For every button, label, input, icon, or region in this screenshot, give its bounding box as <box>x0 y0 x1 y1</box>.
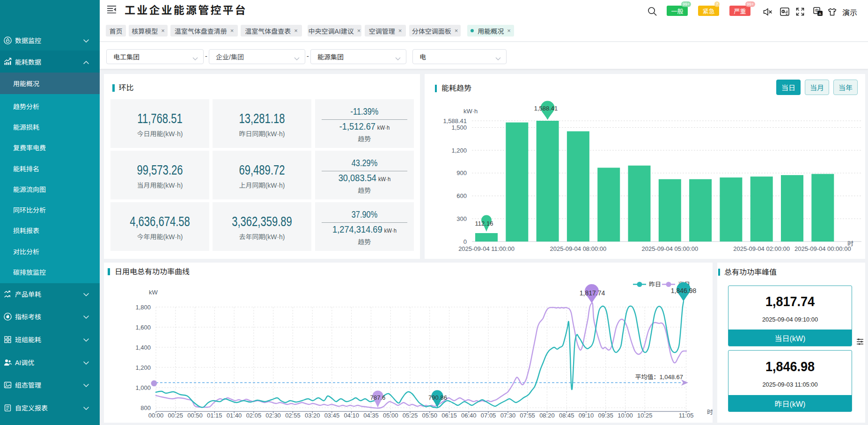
svg-text:时: 时 <box>707 409 713 416</box>
svg-text:800: 800 <box>140 404 151 411</box>
svg-text:05:00: 05:00 <box>383 412 398 419</box>
svg-text:04:35: 04:35 <box>363 412 379 419</box>
svg-text:300: 300 <box>456 215 467 222</box>
svg-text:112.16: 112.16 <box>475 220 493 227</box>
svg-text:01:40: 01:40 <box>227 412 242 419</box>
svg-text:1,200: 1,200 <box>135 364 151 371</box>
svg-text:02:30: 02:30 <box>265 412 281 419</box>
svg-text:1,588.41: 1,588.41 <box>534 105 558 112</box>
svg-text:07:30: 07:30 <box>500 412 516 419</box>
svg-text:kW·h: kW·h <box>463 108 478 115</box>
svg-text:600: 600 <box>456 192 467 199</box>
svg-text:02:55: 02:55 <box>285 412 301 419</box>
svg-text:1,846.98: 1,846.98 <box>671 287 697 294</box>
svg-text:1,000: 1,000 <box>135 384 151 391</box>
svg-text:04:10: 04:10 <box>344 412 359 419</box>
svg-text:07:05: 07:05 <box>481 412 496 419</box>
svg-text:03:45: 03:45 <box>324 412 340 419</box>
svg-text:06:15: 06:15 <box>441 412 457 419</box>
svg-text:2025-09-04 00:00:00: 2025-09-04 00:00:00 <box>794 245 851 252</box>
svg-text:0: 0 <box>463 238 467 245</box>
svg-text:平均值：1,048.67: 平均值：1,048.67 <box>635 374 683 381</box>
svg-text:00:50: 00:50 <box>187 412 203 419</box>
svg-text:1,600: 1,600 <box>135 324 151 331</box>
svg-text:1,400: 1,400 <box>135 344 151 351</box>
svg-text:05:25: 05:25 <box>403 412 418 419</box>
svg-text:00:00: 00:00 <box>148 412 164 419</box>
svg-text:00:25: 00:25 <box>168 412 184 419</box>
svg-text:kW: kW <box>149 289 158 296</box>
svg-text:02:05: 02:05 <box>246 412 262 419</box>
svg-text:时: 时 <box>847 240 853 247</box>
svg-text:10:25: 10:25 <box>637 412 653 419</box>
svg-text:A: A <box>819 12 822 16</box>
svg-text:昨日: 昨日 <box>649 281 661 288</box>
svg-text:09:10: 09:10 <box>579 412 594 419</box>
svg-text:1,500: 1,500 <box>451 124 467 131</box>
svg-text:2025-09-04 08:00:00: 2025-09-04 08:00:00 <box>550 245 607 252</box>
svg-text:09:35: 09:35 <box>598 412 613 419</box>
svg-text:03:20: 03:20 <box>305 412 320 419</box>
svg-text:11:05: 11:05 <box>679 412 694 419</box>
svg-text:10:00: 10:00 <box>618 412 633 419</box>
svg-text:08:20: 08:20 <box>539 412 555 419</box>
svg-text:05:50: 05:50 <box>422 412 438 419</box>
svg-text:2025-09-04 11:00:00: 2025-09-04 11:00:00 <box>458 245 515 252</box>
svg-text:900: 900 <box>456 169 467 176</box>
svg-text:1,817.74: 1,817.74 <box>580 289 605 297</box>
svg-text:06:40: 06:40 <box>461 412 477 419</box>
svg-text:1,200: 1,200 <box>451 147 467 154</box>
svg-text:787.6: 787.6 <box>370 394 386 401</box>
svg-text:1,800: 1,800 <box>135 304 151 311</box>
svg-text:01:15: 01:15 <box>207 412 222 419</box>
svg-text:790.86: 790.86 <box>428 394 447 401</box>
svg-text:2025-09-04 02:00:00: 2025-09-04 02:00:00 <box>733 245 790 252</box>
svg-text:1,588.41: 1,588.41 <box>443 117 467 125</box>
svg-text:2025-09-04 05:00:00: 2025-09-04 05:00:00 <box>641 245 698 252</box>
svg-text:08:45: 08:45 <box>559 412 574 419</box>
svg-text:07:55: 07:55 <box>520 412 535 419</box>
